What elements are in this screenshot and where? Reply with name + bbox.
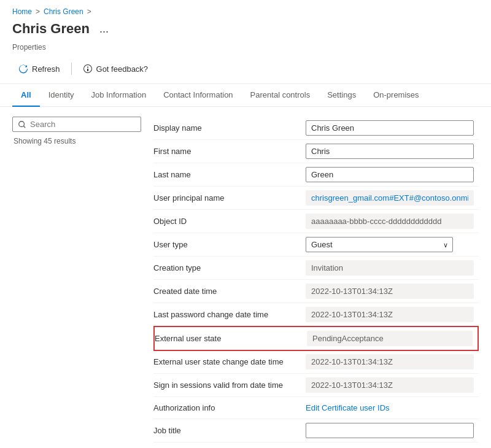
ellipsis-button[interactable]: ...	[96, 21, 112, 37]
property-row-user-type: User typeGuestMember	[153, 233, 479, 257]
input-display-name[interactable]	[306, 120, 474, 136]
prop-label-user-type: User type	[153, 233, 301, 256]
breadcrumb: Home > Chris Green >	[0, 0, 491, 18]
tab-settings[interactable]: Settings	[319, 84, 365, 107]
input-job-title[interactable]	[306, 423, 474, 438]
breadcrumb-sep-2: >	[87, 7, 91, 16]
prop-value-display-name[interactable]	[301, 117, 479, 139]
prop-label-job-title: Job title	[153, 419, 301, 442]
prop-value-user-principal-name[interactable]	[301, 187, 479, 209]
input-sign-in-sessions-valid	[306, 377, 474, 393]
property-row-object-id: Object ID	[153, 210, 479, 233]
prop-label-creation-type: Creation type	[153, 257, 301, 279]
link-authorization-info[interactable]: Edit Certificate user IDs	[306, 403, 390, 412]
breadcrumb-sep-1: >	[36, 7, 40, 16]
tab-all[interactable]: All	[12, 84, 40, 107]
tab-parental-controls[interactable]: Parental controls	[242, 84, 319, 107]
breadcrumb-user[interactable]: Chris Green	[44, 7, 83, 16]
prop-value-job-title[interactable]	[301, 419, 479, 442]
property-row-creation-type: Creation type	[153, 257, 479, 280]
input-first-name[interactable]	[306, 144, 474, 159]
input-user-principal-name[interactable]	[306, 190, 474, 206]
refresh-button[interactable]: Refresh	[12, 60, 66, 77]
input-external-user-state-change	[306, 354, 474, 369]
tab-job-information[interactable]: Job Information	[83, 84, 155, 107]
prop-label-display-name: Display name	[153, 117, 301, 139]
input-object-id	[306, 214, 474, 229]
input-last-password-change	[306, 307, 474, 322]
input-external-user-state	[307, 331, 473, 346]
feedback-icon	[83, 64, 93, 74]
prop-label-last-password-change: Last password change date time	[153, 303, 301, 326]
property-row-external-user-state-change: External user state change date time	[153, 350, 479, 374]
prop-label-last-name: Last name	[153, 163, 301, 186]
property-row-user-principal-name: User principal name	[153, 187, 479, 210]
prop-value-creation-type	[301, 257, 479, 279]
refresh-label: Refresh	[32, 64, 60, 74]
tab-on-premises[interactable]: On-premises	[365, 84, 427, 107]
properties-area: Display nameFirst nameLast nameUser prin…	[153, 117, 479, 442]
tab-identity[interactable]: Identity	[40, 84, 83, 107]
prop-label-user-principal-name: User principal name	[153, 187, 301, 209]
tabs-bar: All Identity Job Information Contact Inf…	[0, 84, 491, 107]
prop-value-user-type: GuestMember	[301, 233, 479, 256]
property-row-authorization-info: Authorization infoEdit Certificate user …	[153, 397, 479, 419]
prop-value-external-user-state-change	[301, 350, 479, 373]
prop-value-external-user-state	[302, 327, 477, 350]
search-icon	[18, 120, 26, 129]
main-container: Home > Chris Green > Chris Green ... Pro…	[0, 0, 491, 448]
property-row-external-user-state: External user state	[153, 326, 479, 351]
property-row-created-date-time: Created date time	[153, 280, 479, 303]
prop-label-created-date-time: Created date time	[153, 280, 301, 303]
page-header: Chris Green ...	[0, 18, 491, 43]
property-row-last-name: Last name	[153, 163, 479, 187]
input-created-date-time	[306, 284, 474, 299]
property-row-first-name: First name	[153, 140, 479, 163]
prop-value-object-id	[301, 210, 479, 233]
search-input[interactable]	[30, 120, 136, 129]
refresh-icon	[18, 64, 28, 74]
content-area: Showing 45 results Display nameFirst nam…	[0, 107, 491, 448]
prop-label-external-user-state: External user state	[155, 327, 302, 350]
prop-label-sign-in-sessions-valid: Sign in sessions valid from date time	[153, 374, 301, 396]
toolbar-separator	[71, 63, 72, 75]
select-wrapper-user-type: GuestMember	[306, 237, 453, 252]
tab-contact-information[interactable]: Contact Information	[155, 84, 241, 107]
prop-value-sign-in-sessions-valid	[301, 374, 479, 396]
toolbar: Refresh Got feedback?	[0, 58, 491, 84]
prop-label-object-id: Object ID	[153, 210, 301, 233]
search-box[interactable]	[12, 117, 141, 132]
page-subtitle: Properties	[0, 43, 491, 58]
prop-value-last-name[interactable]	[301, 163, 479, 186]
input-last-name[interactable]	[306, 167, 474, 182]
page-title: Chris Green	[12, 21, 90, 37]
breadcrumb-home[interactable]: Home	[12, 7, 32, 16]
prop-value-authorization-info: Edit Certificate user IDs	[301, 397, 479, 419]
select-user-type[interactable]: GuestMember	[306, 237, 453, 252]
prop-label-first-name: First name	[153, 140, 301, 163]
prop-value-created-date-time	[301, 280, 479, 303]
feedback-label: Got feedback?	[96, 64, 149, 74]
property-row-display-name: Display name	[153, 117, 479, 140]
property-row-last-password-change: Last password change date time	[153, 303, 479, 326]
prop-value-first-name[interactable]	[301, 140, 479, 163]
prop-label-external-user-state-change: External user state change date time	[153, 350, 301, 373]
feedback-button[interactable]: Got feedback?	[77, 60, 155, 77]
prop-value-last-password-change	[301, 303, 479, 326]
input-creation-type	[306, 260, 474, 276]
property-row-sign-in-sessions-valid: Sign in sessions valid from date time	[153, 374, 479, 397]
property-row-job-title: Job title	[153, 419, 479, 442]
results-count: Showing 45 results	[12, 137, 144, 145]
left-panel: Showing 45 results	[12, 117, 153, 442]
prop-label-authorization-info: Authorization info	[153, 397, 301, 419]
